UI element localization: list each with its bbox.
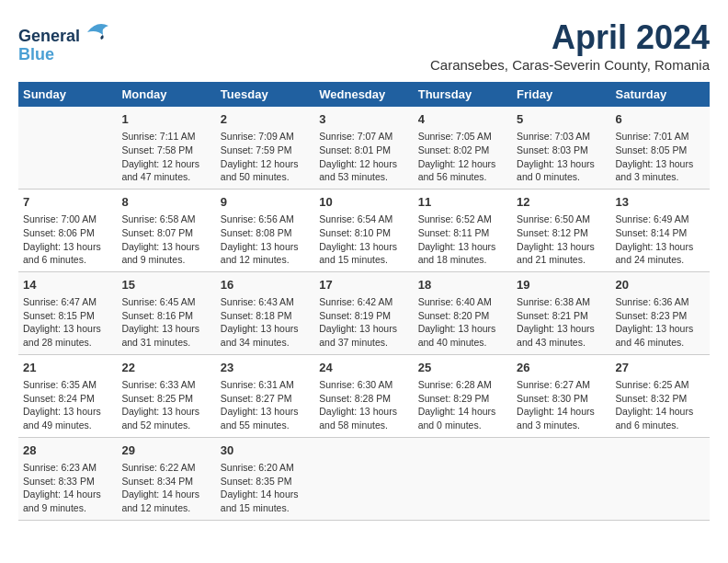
day-number: 4 (418, 111, 507, 128)
day-number: 9 (221, 194, 310, 211)
day-info: Sunrise: 7:11 AMSunset: 7:58 PMDaylight:… (121, 130, 210, 184)
calendar-cell: 25Sunrise: 6:28 AMSunset: 8:29 PMDayligh… (414, 354, 512, 437)
day-number: 28 (23, 442, 112, 459)
calendar-cell: 29Sunrise: 6:22 AMSunset: 8:34 PMDayligh… (117, 437, 215, 520)
day-info: Sunrise: 6:30 AMSunset: 8:28 PMDaylight:… (319, 378, 408, 432)
day-info: Sunrise: 6:45 AMSunset: 8:16 PMDaylight:… (121, 295, 210, 350)
calendar-cell: 21Sunrise: 6:35 AMSunset: 8:24 PMDayligh… (18, 354, 117, 437)
day-info: Sunrise: 7:00 AMSunset: 8:06 PMDaylight:… (23, 213, 112, 267)
day-number: 1 (121, 111, 210, 128)
day-number: 2 (221, 111, 310, 128)
calendar-week-row: 21Sunrise: 6:35 AMSunset: 8:24 PMDayligh… (18, 354, 710, 437)
logo-bird-icon (83, 18, 110, 41)
calendar-cell (512, 437, 610, 520)
day-number: 3 (319, 111, 408, 128)
day-number: 27 (616, 360, 705, 376)
day-number: 5 (517, 111, 606, 128)
day-info: Sunrise: 6:50 AMSunset: 8:12 PMDaylight:… (517, 213, 606, 267)
column-header-monday: Monday (117, 82, 215, 107)
day-number: 20 (616, 277, 705, 293)
day-info: Sunrise: 6:42 AMSunset: 8:19 PMDaylight:… (319, 295, 408, 350)
day-number: 18 (418, 277, 507, 293)
day-number: 19 (517, 277, 606, 293)
calendar-cell (314, 437, 413, 520)
day-info: Sunrise: 6:49 AMSunset: 8:14 PMDaylight:… (616, 213, 705, 267)
day-number: 12 (517, 194, 606, 211)
day-number: 8 (121, 194, 210, 211)
calendar-cell: 19Sunrise: 6:38 AMSunset: 8:21 PMDayligh… (512, 271, 610, 354)
day-number: 30 (221, 442, 310, 459)
calendar-cell: 9Sunrise: 6:56 AMSunset: 8:08 PMDaylight… (216, 189, 314, 271)
day-number: 7 (23, 194, 112, 211)
calendar-week-row: 1Sunrise: 7:11 AMSunset: 7:58 PMDaylight… (18, 107, 710, 189)
calendar-week-row: 28Sunrise: 6:23 AMSunset: 8:33 PMDayligh… (18, 437, 710, 520)
column-header-tuesday: Tuesday (216, 82, 314, 107)
day-number: 10 (319, 194, 408, 211)
day-info: Sunrise: 7:03 AMSunset: 8:03 PMDaylight:… (517, 130, 606, 184)
day-number: 29 (121, 442, 210, 459)
day-info: Sunrise: 6:28 AMSunset: 8:29 PMDaylight:… (418, 378, 507, 432)
calendar-cell: 3Sunrise: 7:07 AMSunset: 8:01 PMDaylight… (314, 107, 413, 189)
calendar-cell: 30Sunrise: 6:20 AMSunset: 8:35 PMDayligh… (216, 437, 314, 520)
day-info: Sunrise: 6:58 AMSunset: 8:07 PMDaylight:… (121, 213, 210, 267)
day-info: Sunrise: 6:47 AMSunset: 8:15 PMDaylight:… (23, 295, 112, 350)
subtitle: Caransebes, Caras-Severin County, Romani… (430, 57, 710, 73)
calendar-cell (18, 107, 117, 189)
title-section: April 2024 Caransebes, Caras-Severin Cou… (430, 18, 710, 73)
day-number: 21 (23, 360, 112, 376)
day-info: Sunrise: 6:54 AMSunset: 8:10 PMDaylight:… (319, 213, 408, 267)
day-number: 15 (121, 277, 210, 293)
logo-text: General Blue (18, 18, 110, 64)
day-number: 23 (221, 360, 310, 376)
calendar-cell: 2Sunrise: 7:09 AMSunset: 7:59 PMDaylight… (216, 107, 314, 189)
calendar-cell: 15Sunrise: 6:45 AMSunset: 8:16 PMDayligh… (117, 271, 215, 354)
day-info: Sunrise: 6:31 AMSunset: 8:27 PMDaylight:… (221, 378, 310, 432)
calendar-cell (611, 437, 710, 520)
main-title: April 2024 (430, 18, 710, 57)
calendar-cell: 1Sunrise: 7:11 AMSunset: 7:58 PMDaylight… (117, 107, 215, 189)
day-number: 24 (319, 360, 408, 376)
day-number: 13 (616, 194, 705, 211)
logo: General Blue (18, 18, 110, 64)
calendar-cell: 18Sunrise: 6:40 AMSunset: 8:20 PMDayligh… (414, 271, 512, 354)
calendar-cell: 22Sunrise: 6:33 AMSunset: 8:25 PMDayligh… (117, 354, 215, 437)
calendar-cell: 12Sunrise: 6:50 AMSunset: 8:12 PMDayligh… (512, 189, 610, 271)
calendar-cell: 14Sunrise: 6:47 AMSunset: 8:15 PMDayligh… (18, 271, 117, 354)
day-info: Sunrise: 6:52 AMSunset: 8:11 PMDaylight:… (418, 213, 507, 267)
day-number: 14 (23, 277, 112, 293)
calendar-cell: 6Sunrise: 7:01 AMSunset: 8:05 PMDaylight… (611, 107, 710, 189)
column-header-thursday: Thursday (414, 82, 512, 107)
calendar-cell: 4Sunrise: 7:05 AMSunset: 8:02 PMDaylight… (414, 107, 512, 189)
calendar-cell: 16Sunrise: 6:43 AMSunset: 8:18 PMDayligh… (216, 271, 314, 354)
day-info: Sunrise: 7:09 AMSunset: 7:59 PMDaylight:… (221, 130, 310, 184)
day-number: 25 (418, 360, 507, 376)
column-header-wednesday: Wednesday (314, 82, 413, 107)
calendar-cell: 23Sunrise: 6:31 AMSunset: 8:27 PMDayligh… (216, 354, 314, 437)
calendar-cell: 13Sunrise: 6:49 AMSunset: 8:14 PMDayligh… (611, 189, 710, 271)
calendar-cell: 7Sunrise: 7:00 AMSunset: 8:06 PMDaylight… (18, 189, 117, 271)
day-info: Sunrise: 7:07 AMSunset: 8:01 PMDaylight:… (319, 130, 408, 184)
day-info: Sunrise: 6:43 AMSunset: 8:18 PMDaylight:… (221, 295, 310, 350)
calendar-cell: 26Sunrise: 6:27 AMSunset: 8:30 PMDayligh… (512, 354, 610, 437)
day-info: Sunrise: 6:20 AMSunset: 8:35 PMDaylight:… (221, 461, 310, 515)
calendar-cell: 5Sunrise: 7:03 AMSunset: 8:03 PMDaylight… (512, 107, 610, 189)
column-header-saturday: Saturday (611, 82, 710, 107)
calendar-table: SundayMondayTuesdayWednesdayThursdayFrid… (18, 82, 710, 521)
day-number: 22 (121, 360, 210, 376)
calendar-cell: 8Sunrise: 6:58 AMSunset: 8:07 PMDaylight… (117, 189, 215, 271)
calendar-cell: 17Sunrise: 6:42 AMSunset: 8:19 PMDayligh… (314, 271, 413, 354)
day-number: 16 (221, 277, 310, 293)
calendar-cell: 27Sunrise: 6:25 AMSunset: 8:32 PMDayligh… (611, 354, 710, 437)
day-number: 6 (616, 111, 705, 128)
day-info: Sunrise: 7:01 AMSunset: 8:05 PMDaylight:… (616, 130, 705, 184)
day-info: Sunrise: 6:23 AMSunset: 8:33 PMDaylight:… (23, 461, 112, 515)
day-info: Sunrise: 6:22 AMSunset: 8:34 PMDaylight:… (121, 461, 210, 515)
column-header-friday: Friday (512, 82, 610, 107)
day-info: Sunrise: 6:36 AMSunset: 8:23 PMDaylight:… (616, 295, 705, 350)
column-header-sunday: Sunday (18, 82, 117, 107)
day-info: Sunrise: 6:40 AMSunset: 8:20 PMDaylight:… (418, 295, 507, 350)
day-number: 26 (517, 360, 606, 376)
day-info: Sunrise: 6:27 AMSunset: 8:30 PMDaylight:… (517, 378, 606, 432)
page-header: General Blue April 2024 Caransebes, Cara… (18, 18, 710, 73)
calendar-cell (414, 437, 512, 520)
